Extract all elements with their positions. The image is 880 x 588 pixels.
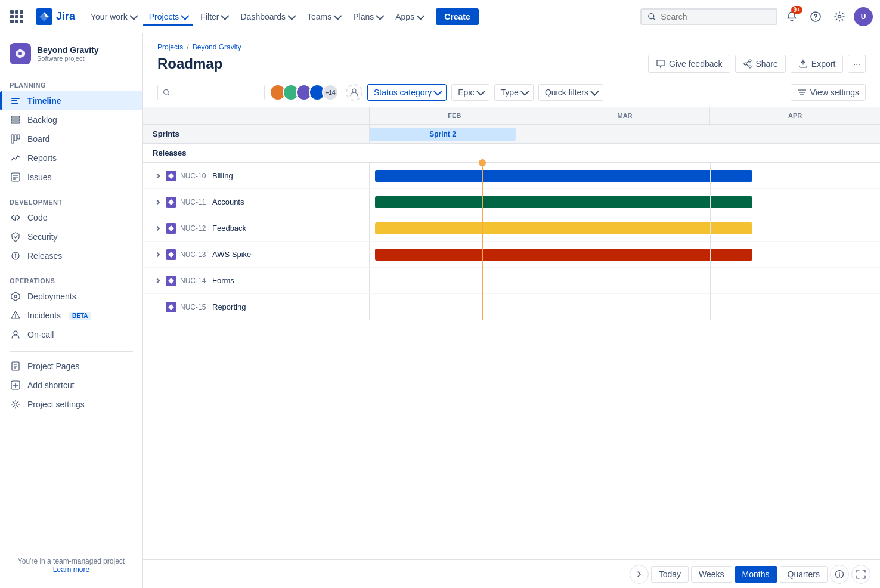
issue-name[interactable]: Forms <box>212 276 364 285</box>
roadmap-search-input[interactable] <box>173 88 259 97</box>
more-actions-button[interactable]: ··· <box>848 55 866 73</box>
issue-name[interactable]: Feedback <box>212 224 364 233</box>
sidebar-item-board[interactable]: Board <box>0 129 142 148</box>
view-settings-button[interactable]: View settings <box>791 84 866 101</box>
sidebar-item-oncall[interactable]: On-call <box>0 325 142 344</box>
epic-filter[interactable]: Epic <box>451 84 489 101</box>
svg-point-24 <box>15 317 16 318</box>
sidebar-item-reports-label: Reports <box>27 153 57 163</box>
gantt-bar[interactable] <box>375 170 752 182</box>
months-button[interactable]: Months <box>735 566 777 583</box>
sidebar-item-code-label: Code <box>27 213 47 222</box>
issue-name[interactable]: Billing <box>212 171 364 180</box>
quarters-button[interactable]: Quarters <box>780 566 828 583</box>
breadcrumb-projects[interactable]: Projects <box>157 43 183 51</box>
expand-button[interactable] <box>153 171 162 181</box>
gantt-bar[interactable] <box>375 249 752 261</box>
sidebar-item-reports[interactable]: Reports <box>0 148 142 168</box>
help-button[interactable] <box>806 7 825 26</box>
today-button[interactable]: Today <box>651 566 689 583</box>
notifications-button[interactable]: 9+ <box>782 7 801 26</box>
security-icon <box>11 232 20 242</box>
export-button[interactable]: Export <box>791 55 843 73</box>
issue-name[interactable]: Accounts <box>212 197 364 206</box>
svg-rect-10 <box>11 119 20 121</box>
sidebar-item-project-pages[interactable]: Project Pages <box>0 357 142 376</box>
assignee-filter-button[interactable] <box>346 84 362 101</box>
gantt-bar[interactable] <box>375 196 752 208</box>
sidebar-item-releases[interactable]: Releases <box>0 246 142 265</box>
search-input[interactable] <box>661 12 770 21</box>
nav-projects[interactable]: Projects <box>143 8 194 25</box>
learn-more-link[interactable]: Learn more <box>53 565 89 574</box>
sidebar-item-project-settings[interactable]: Project settings <box>0 395 142 414</box>
issue-name[interactable]: Reporting <box>212 302 364 311</box>
issue-row: NUC-10 Billing <box>143 163 880 189</box>
header-actions: Give feedback Share <box>648 55 866 73</box>
issue-key: NUC-13 <box>180 250 209 259</box>
operations-label: OPERATIONS <box>0 275 142 287</box>
issue-type-icon <box>166 223 176 234</box>
status-category-filter[interactable]: Status category <box>367 84 447 101</box>
project-header[interactable]: Beyond Gravity Software project <box>0 33 142 72</box>
sidebar-item-timeline[interactable]: Timeline <box>0 91 142 110</box>
project-name: Beyond Gravity <box>37 45 133 55</box>
sidebar-item-add-shortcut[interactable]: Add shortcut <box>0 376 142 395</box>
create-button[interactable]: Create <box>436 8 479 25</box>
info-button[interactable] <box>830 565 849 584</box>
scroll-left-button[interactable] <box>630 565 649 584</box>
issue-row: NUC-15 Reporting <box>143 294 880 320</box>
gantt-bar[interactable] <box>375 222 752 234</box>
chevron-down-icon <box>221 11 230 20</box>
weeks-button[interactable]: Weeks <box>691 566 732 583</box>
chevron-down-icon <box>129 11 138 20</box>
svg-point-34 <box>749 60 751 62</box>
jira-logo[interactable]: Jira <box>36 8 75 25</box>
epic-icon <box>168 199 175 206</box>
share-button[interactable]: Share <box>735 55 786 73</box>
nav-teams[interactable]: Teams <box>301 8 346 25</box>
search-box[interactable] <box>640 8 777 25</box>
page-header: Projects / Beyond Gravity Roadmap Give f… <box>143 33 880 78</box>
nav-apps[interactable]: Apps <box>389 8 429 25</box>
sidebar-item-deployments[interactable]: Deployments <box>0 287 142 306</box>
quick-filters-button[interactable]: Quick filters <box>538 84 603 101</box>
settings-button[interactable] <box>830 7 849 26</box>
backlog-icon <box>11 115 20 125</box>
help-icon <box>810 11 822 23</box>
sidebar-item-incidents[interactable]: Incidents BETA <box>0 306 142 325</box>
roadmap-container: FEB MAR APR Sprints Sprint 2 <box>143 107 880 588</box>
svg-rect-13 <box>14 135 17 141</box>
user-avatar[interactable]: U <box>854 7 873 26</box>
roadmap-toolbar: +14 Status category Epic Type <box>143 78 880 107</box>
issue-type-icon <box>166 171 176 181</box>
sprint-badge[interactable]: Sprint 2 <box>370 128 516 141</box>
expand-button[interactable] <box>153 250 162 259</box>
issue-key: NUC-10 <box>180 172 209 180</box>
give-feedback-button[interactable]: Give feedback <box>648 55 730 73</box>
grid-body: Sprints Sprint 2 Releases <box>143 125 880 559</box>
sidebar-item-backlog[interactable]: Backlog <box>0 110 142 129</box>
apps-grid-button[interactable] <box>7 7 26 26</box>
expand-button[interactable] <box>153 197 162 207</box>
fullscreen-button[interactable] <box>851 565 870 584</box>
sidebar-item-security[interactable]: Security <box>0 227 142 246</box>
breadcrumb-project[interactable]: Beyond Gravity <box>193 43 241 51</box>
avatar-count[interactable]: +14 <box>322 84 339 101</box>
type-filter[interactable]: Type <box>494 84 534 101</box>
expand-button[interactable] <box>153 224 162 233</box>
issue-type-icon <box>166 197 176 208</box>
issue-name[interactable]: AWS Spike <box>212 250 364 259</box>
sidebar-item-code[interactable]: Code <box>0 208 142 227</box>
chevron-down-icon <box>590 88 599 96</box>
expand-button[interactable] <box>153 276 162 286</box>
svg-rect-7 <box>11 100 17 101</box>
roadmap-search[interactable] <box>157 85 265 100</box>
chevron-down-icon <box>287 11 296 20</box>
nav-your-work[interactable]: Your work <box>85 8 142 25</box>
nav-filter[interactable]: Filter <box>194 8 233 25</box>
add-shortcut-icon <box>11 380 20 390</box>
sidebar-item-issues[interactable]: Issues <box>0 168 142 187</box>
nav-dashboards[interactable]: Dashboards <box>234 8 300 25</box>
nav-plans[interactable]: Plans <box>347 8 388 25</box>
